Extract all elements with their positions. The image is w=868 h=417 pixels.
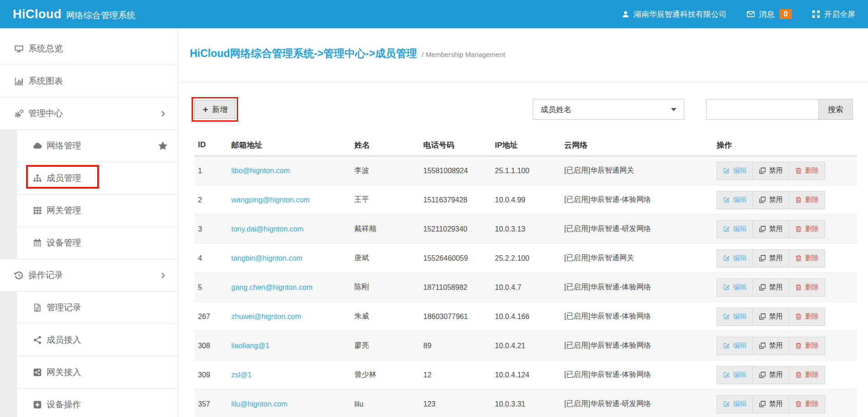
table-row: 267 zhuwei@hignton.com 朱威 18603077961 10… — [194, 302, 857, 331]
cell-id: 2 — [194, 185, 228, 215]
disable-button[interactable]: 禁用 — [753, 396, 789, 413]
email-link[interactable]: libo@hignton.com — [231, 167, 290, 175]
cell-network: [已启用]华辰智通网关 — [561, 156, 713, 185]
messages-menu[interactable]: 消息 0 — [747, 9, 792, 20]
sidebar-item-member-mgmt[interactable]: 成员管理 — [0, 162, 178, 195]
sidebar-item-member-access[interactable]: 成员接入 — [0, 324, 178, 356]
email-link[interactable]: tangbin@hignton.com — [231, 254, 302, 262]
delete-button[interactable]: 删除 — [789, 308, 825, 325]
edit-button[interactable]: 编辑 — [717, 279, 753, 296]
delete-button[interactable]: 删除 — [789, 221, 825, 238]
cloud-icon — [33, 141, 42, 150]
clone-icon — [759, 196, 766, 203]
disable-button[interactable]: 禁用 — [753, 221, 789, 238]
cell-id: 5 — [194, 273, 228, 302]
cell-name: 朱威 — [351, 302, 420, 331]
chevron-right-icon — [159, 272, 167, 279]
share-icon — [33, 335, 42, 345]
disable-button[interactable]: 禁用 — [753, 250, 789, 267]
sidebar-item-network-mgmt[interactable]: 网络管理 — [0, 130, 178, 162]
topbar-right: 湖南华辰智通科技有限公司 消息 0 开启全屏 — [622, 9, 855, 20]
cell-email: lilu@hignton.com — [228, 390, 351, 417]
cell-email: tangbin@hignton.com — [228, 244, 351, 273]
disable-button[interactable]: 禁用 — [753, 337, 789, 355]
cell-network: [已启用]华辰智通-体验网络 — [561, 185, 713, 215]
cell-ip: 10.0.4.21 — [491, 331, 561, 360]
sidebar-item-admin-center[interactable]: 管理中心 — [0, 98, 178, 130]
sidebar-item-gateway-mgmt[interactable]: 网关管理 — [0, 195, 178, 227]
cell-email: libo@hignton.com — [228, 156, 351, 185]
sidebar-item-gateway-access[interactable]: 网关接入 — [0, 356, 178, 389]
messages-count-badge: 0 — [780, 9, 792, 19]
cell-phone: 18711058982 — [420, 273, 491, 302]
envelope-icon — [747, 10, 755, 18]
sidebar-item-device-mgmt[interactable]: 设备管理 — [0, 227, 178, 259]
sidebar-item-admin-records[interactable]: 管理记录 — [0, 292, 178, 324]
row-actions: 编辑 禁用 删除 — [717, 337, 825, 355]
search-button[interactable]: 搜索 — [818, 99, 853, 120]
delete-button[interactable]: 删除 — [789, 396, 825, 413]
email-link[interactable]: zhuwei@hignton.com — [231, 313, 301, 320]
email-link[interactable]: wangping@hignton.com — [231, 196, 310, 204]
company-name: 湖南华辰智通科技有限公司 — [634, 9, 727, 20]
edit-button[interactable]: 编辑 — [717, 396, 753, 413]
disable-button[interactable]: 禁用 — [753, 308, 789, 325]
edit-button[interactable]: 编辑 — [717, 366, 753, 384]
row-actions: 编辑 禁用 删除 — [717, 162, 825, 180]
cell-id: 3 — [194, 215, 228, 244]
table-row: 309 zsl@1 曾少林 12 10.0.4.124 [已启用]华辰智通-体验… — [194, 360, 857, 390]
edit-button[interactable]: 编辑 — [717, 250, 753, 267]
edit-icon — [723, 255, 730, 262]
edit-button[interactable]: 编辑 — [717, 162, 753, 180]
cell-phone: 89 — [420, 331, 491, 360]
trash-icon — [795, 196, 802, 203]
user-menu[interactable]: 湖南华辰智通科技有限公司 — [622, 9, 727, 20]
fullscreen-toggle[interactable]: 开启全屏 — [812, 9, 855, 20]
cell-email: gang.chen@hignton.com — [228, 273, 351, 302]
row-actions: 编辑 禁用 删除 — [717, 191, 825, 209]
table-row: 357 lilu@hignton.com lilu 123 10.0.3.31 … — [194, 390, 857, 417]
messages-label: 消息 — [759, 9, 774, 20]
cell-name: lilu — [351, 390, 420, 417]
email-link[interactable]: tony.dai@hignton.com — [231, 225, 303, 233]
email-link[interactable]: gang.chen@hignton.com — [231, 283, 312, 291]
desktop-icon — [14, 44, 24, 54]
email-link[interactable]: lilu@hignton.com — [231, 400, 287, 408]
sidebar-item-operation-records[interactable]: 操作记录 — [0, 259, 178, 292]
sidebar-item-device-operations[interactable]: 设备操作 — [0, 389, 178, 417]
edit-button[interactable]: 编辑 — [717, 221, 753, 238]
disable-button[interactable]: 禁用 — [753, 191, 789, 209]
delete-button[interactable]: 删除 — [789, 250, 825, 267]
search-input[interactable] — [706, 99, 818, 120]
sidebar-item-system-overview[interactable]: 系统总览 — [0, 33, 178, 65]
delete-button[interactable]: 删除 — [789, 366, 825, 384]
bar-chart-icon — [14, 77, 24, 86]
cell-phone: 15581008924 — [420, 156, 491, 185]
cell-actions: 编辑 禁用 删除 — [713, 360, 857, 390]
edit-button[interactable]: 编辑 — [717, 308, 753, 325]
add-button[interactable]: 新增 — [194, 100, 235, 119]
edit-icon — [723, 167, 730, 174]
edit-button[interactable]: 编辑 — [717, 337, 753, 355]
delete-button[interactable]: 删除 — [789, 337, 825, 355]
star-icon[interactable] — [158, 141, 168, 151]
trash-icon — [795, 284, 802, 291]
edit-button[interactable]: 编辑 — [717, 191, 753, 209]
delete-button[interactable]: 删除 — [789, 191, 825, 209]
col-header-id: ID — [194, 134, 228, 156]
edit-icon — [723, 196, 730, 203]
row-actions: 编辑 禁用 删除 — [717, 395, 825, 413]
delete-button[interactable]: 删除 — [789, 279, 825, 296]
edit-icon — [723, 342, 730, 349]
email-link[interactable]: zsl@1 — [231, 371, 252, 379]
delete-button[interactable]: 删除 — [789, 162, 825, 180]
email-link[interactable]: liaoliang@1 — [231, 342, 270, 350]
table-row: 1 libo@hignton.com 李波 15581008924 25.1.1… — [194, 156, 857, 185]
trash-icon — [795, 342, 802, 349]
disable-button[interactable]: 禁用 — [753, 366, 789, 384]
sidebar-item-system-charts[interactable]: 系统图表 — [0, 65, 178, 98]
filter-dropdown[interactable]: 成员姓名 — [533, 99, 684, 120]
disable-button[interactable]: 禁用 — [753, 279, 789, 296]
disable-button[interactable]: 禁用 — [753, 162, 789, 180]
chevron-right-icon — [159, 110, 167, 118]
